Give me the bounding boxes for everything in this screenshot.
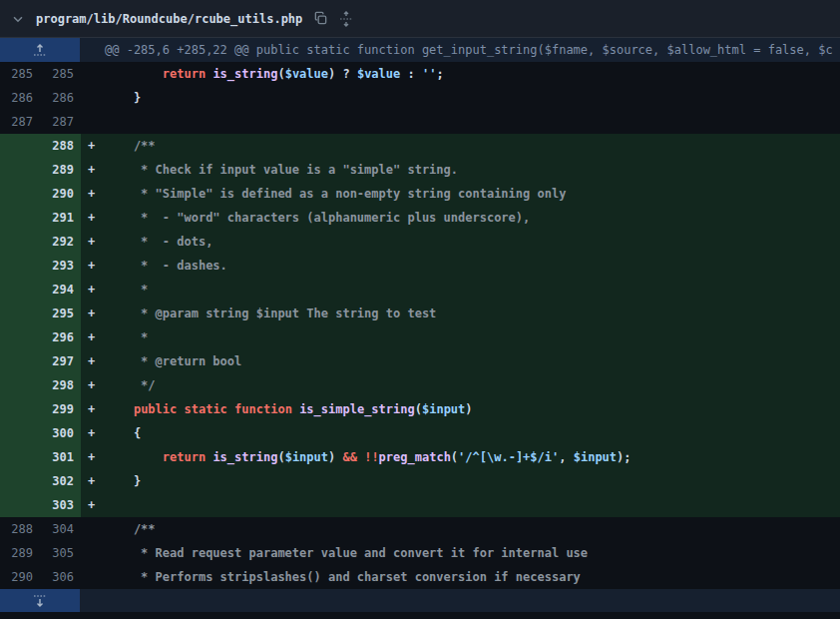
collapse-file-button[interactable]: [11, 12, 25, 26]
old-line-number[interactable]: 285: [0, 62, 40, 86]
diff-row: 301+ return is_string($input) && !!preg_…: [0, 445, 840, 469]
old-line-number[interactable]: [0, 349, 40, 373]
file-header: program/lib/Roundcube/rcube_utils.php: [0, 0, 840, 38]
expand-hunk-up-button[interactable]: [0, 38, 80, 62]
diff-marker: +: [81, 349, 105, 373]
old-line-number[interactable]: [0, 302, 40, 325]
new-line-number[interactable]: 298: [40, 373, 81, 397]
diff-row: 303+: [0, 493, 840, 517]
old-line-number[interactable]: [0, 469, 40, 493]
code-token: (: [277, 450, 284, 464]
old-line-number[interactable]: [0, 254, 40, 278]
diff-row: 286286 }: [0, 86, 840, 110]
code-token: * @param string $input The string to tes…: [105, 307, 436, 320]
old-line-number[interactable]: 286: [0, 86, 40, 110]
code-line: * @return bool: [105, 349, 840, 373]
new-line-number[interactable]: 293: [40, 254, 81, 278]
new-line-number[interactable]: 290: [40, 182, 81, 206]
code-token: [177, 402, 184, 416]
code-token: return: [163, 67, 206, 81]
old-line-number[interactable]: [0, 421, 40, 445]
diff-marker: +: [81, 397, 105, 421]
diff-row: 289+ * Check if input value is a "simple…: [0, 158, 840, 182]
code-line: * Performs stripslashes() and charset co…: [105, 565, 840, 589]
new-line-number[interactable]: 302: [40, 469, 81, 493]
old-line-number[interactable]: 290: [0, 565, 40, 589]
diff-row: 288+ /**: [0, 134, 840, 158]
diff-marker: +: [81, 493, 105, 517]
new-line-number[interactable]: 296: [40, 325, 81, 349]
new-line-number[interactable]: 294: [40, 278, 81, 302]
new-line-number[interactable]: 297: [40, 349, 81, 373]
code-token: );: [617, 450, 630, 464]
new-line-number[interactable]: 289: [40, 158, 81, 182]
code-token: *: [105, 330, 148, 344]
code-token: :: [400, 67, 422, 81]
new-line-number[interactable]: 300: [40, 421, 81, 445]
copy-path-button[interactable]: [313, 11, 328, 26]
old-line-number[interactable]: [0, 373, 40, 397]
old-line-number[interactable]: [0, 206, 40, 230]
code-token: */: [105, 378, 156, 392]
old-line-number[interactable]: [0, 325, 40, 349]
code-line: return is_string($input) && !!preg_match…: [105, 445, 840, 469]
old-line-number[interactable]: 289: [0, 541, 40, 565]
diff-marker: [81, 565, 105, 589]
old-line-number[interactable]: [0, 397, 40, 421]
diff-marker: [81, 541, 105, 565]
code-token: function: [234, 402, 292, 416]
code-line: return is_string($value) ? $value : '';: [105, 62, 840, 86]
new-line-number[interactable]: 295: [40, 302, 81, 325]
expand-hunk-down-button[interactable]: [0, 589, 80, 612]
code-line: */: [105, 373, 840, 397]
new-line-number[interactable]: 306: [40, 565, 81, 589]
code-token: [227, 402, 234, 416]
code-line: }: [105, 469, 840, 493]
new-line-number[interactable]: 299: [40, 397, 81, 421]
new-line-number[interactable]: 287: [40, 110, 81, 134]
code-token: ;: [436, 67, 443, 81]
diff-marker: +: [81, 373, 105, 397]
old-line-number[interactable]: [0, 230, 40, 254]
diff-row: 288304 /**: [0, 517, 840, 541]
code-token: $input: [285, 450, 328, 464]
code-line: }: [105, 86, 840, 110]
expand-all-button[interactable]: [339, 11, 353, 27]
new-line-number[interactable]: 292: [40, 230, 81, 254]
code-token: * Performs stripslashes() and charset co…: [105, 570, 581, 584]
code-token: return: [163, 450, 206, 464]
code-token: $input: [422, 402, 465, 416]
old-line-number[interactable]: [0, 493, 40, 517]
old-line-number[interactable]: 288: [0, 517, 40, 541]
new-line-number[interactable]: 285: [40, 62, 81, 86]
code-token: ): [328, 450, 342, 464]
file-path: program/lib/Roundcube/rcube_utils.php: [36, 12, 302, 26]
new-line-number[interactable]: 286: [40, 86, 81, 110]
code-token: * Check if input value is a "simple" str…: [105, 163, 458, 177]
new-line-number[interactable]: 303: [40, 493, 81, 517]
diff-row: 294+ *: [0, 278, 840, 302]
diff-row: 292+ * - dots,: [0, 230, 840, 254]
code-line: public static function is_simple_string(…: [105, 397, 840, 421]
old-line-number[interactable]: 287: [0, 110, 40, 134]
old-line-number[interactable]: [0, 445, 40, 469]
new-line-number[interactable]: 305: [40, 541, 81, 565]
new-line-number[interactable]: 304: [40, 517, 81, 541]
code-token: ,: [559, 450, 573, 464]
diff-marker: +: [81, 278, 105, 302]
hunk-header: @@ -285,6 +285,22 @@ public static funct…: [80, 38, 840, 62]
code-token: * Read request parameter value and conve…: [105, 546, 588, 560]
fold-down-icon: [32, 594, 48, 608]
old-line-number[interactable]: [0, 158, 40, 182]
code-token: public: [134, 402, 177, 416]
new-line-number[interactable]: 291: [40, 206, 81, 230]
hunk-header-row: @@ -285,6 +285,22 @@ public static funct…: [0, 38, 840, 62]
code-token: $value: [357, 67, 400, 81]
old-line-number[interactable]: [0, 182, 40, 206]
new-line-number[interactable]: 288: [40, 134, 81, 158]
old-line-number[interactable]: [0, 134, 40, 158]
new-line-number[interactable]: 301: [40, 445, 81, 469]
code-token: * - dashes.: [105, 259, 227, 273]
code-token: * - dots,: [105, 235, 212, 249]
old-line-number[interactable]: [0, 278, 40, 302]
